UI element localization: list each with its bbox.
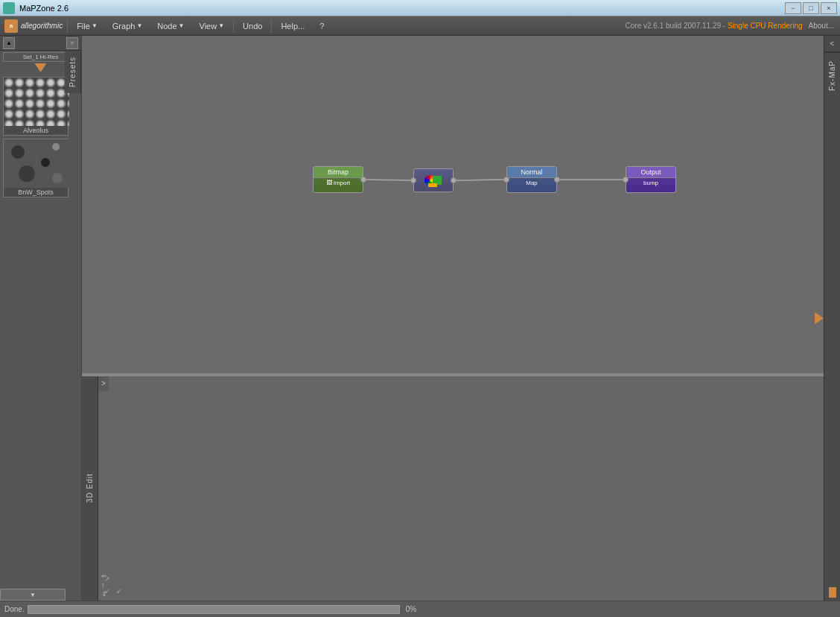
node-import-text: Import [334, 180, 351, 186]
node-bitmap-import[interactable]: Bitmap 🖼 Import [313, 166, 363, 193]
node-bitmap-label: Bitmap [314, 167, 363, 178]
menu-view-label: View [200, 22, 217, 31]
alveolus-preview [4, 77, 69, 126]
menu-node-label: Node [157, 22, 176, 31]
status-orange-text: Single CPU Rendering [728, 22, 803, 30]
minimize-button[interactable]: − [785, 2, 801, 14]
menu-graph-label: Graph [112, 22, 136, 31]
menu-undo-label: Undo [243, 22, 262, 31]
progress-bar-container [28, 605, 400, 614]
color-node-icon [422, 173, 445, 188]
node-normal-label: Normal [507, 167, 556, 178]
3d-edit-label: 3D Edit [86, 473, 94, 503]
ruler-label-1: ⇐ [101, 572, 107, 580]
main-area: ▲ < Set_1 Hi-Res Alveolus [0, 36, 840, 601]
menu-undo[interactable]: Undo [235, 19, 270, 33]
center-area: Bitmap 🖼 Import Norm [82, 36, 824, 601]
status-bar: Done. 0% [0, 601, 840, 617]
menu-view[interactable]: View ▼ [192, 19, 232, 33]
menu-help[interactable]: Help... [273, 19, 312, 33]
status-info: Core v2.6.1 build 2007.11.29 - Single CP… [626, 22, 809, 30]
logo-text: allegorithmic [21, 22, 63, 30]
ruler-label-2: ↕ [101, 581, 107, 589]
right-collapse-button[interactable]: < [824, 36, 841, 52]
app-icon [3, 2, 15, 14]
thumbnail-alveolus[interactable]: Alveolus [3, 77, 69, 136]
node-bitmap-icon: 🖼 [326, 180, 332, 186]
alveolus-label: Alveolus [4, 126, 68, 135]
menu-question[interactable]: ? [312, 19, 331, 33]
3d-edit-expand-button[interactable]: > [98, 376, 109, 391]
sidebar-header: ▲ < [0, 36, 81, 51]
normal-input-connector[interactable] [503, 177, 509, 183]
menu-bar: a allegorithmic File ▼ Graph ▼ Node ▼ Vi… [0, 16, 840, 36]
menu-help-label: Help... [281, 22, 305, 31]
menu-graph-arrow: ▼ [136, 22, 142, 29]
left-sidebar: ▲ < Set_1 Hi-Res Alveolus [0, 36, 82, 601]
node-normal-map[interactable]: Normal Map [506, 166, 557, 193]
close-button[interactable]: × [821, 2, 837, 14]
node-color[interactable] [413, 168, 454, 192]
connections-svg [82, 36, 824, 373]
titlebar-left: MaPZone 2.6 [3, 2, 69, 14]
menu-file-label: File [77, 22, 90, 31]
menu-graph[interactable]: Graph ▼ [105, 19, 150, 33]
color-output-connector[interactable] [451, 177, 456, 183]
menu-file-arrow: ▼ [92, 22, 98, 29]
bottom-icon: ↙ [116, 587, 122, 595]
status-text: Done. [4, 605, 25, 613]
bnwspots-preview [4, 139, 69, 188]
window-controls: − □ × [785, 2, 837, 14]
menu-view-arrow: ▼ [218, 22, 224, 29]
menu-separator-2 [271, 19, 272, 33]
output-input-connector[interactable] [623, 177, 629, 183]
graph-canvas[interactable]: Bitmap 🖼 Import Norm [82, 36, 824, 375]
about-link[interactable]: About... [809, 22, 840, 30]
node-output-label: Output [626, 167, 675, 178]
ruler-label-3: ⇓ [101, 590, 107, 598]
menu-question-label: ? [319, 22, 324, 31]
fxmap-tab[interactable]: Fx-MaP [825, 52, 839, 98]
normal-output-connector[interactable] [554, 177, 560, 183]
maximize-button[interactable]: □ [803, 2, 819, 14]
node-bitmap-sublabel: 🖼 Import [314, 178, 363, 188]
sidebar-collapse-button[interactable]: < [66, 37, 78, 49]
node-output-sublabel: bump [626, 178, 675, 188]
sidebar-scroll-up[interactable]: ▲ [3, 37, 15, 49]
window-title: MaPZone 2.6 [19, 4, 69, 13]
menu-node[interactable]: Node ▼ [150, 19, 191, 33]
logo-icon: a [4, 19, 18, 33]
menu-separator-1 [233, 19, 234, 33]
progress-percent: 0% [406, 605, 416, 613]
node-output-bump[interactable]: Output bump [626, 166, 676, 193]
right-panel: < Fx-MaP [824, 36, 840, 601]
3d-edit-label-panel[interactable]: 3D Edit [82, 376, 98, 601]
sidebar-scroll-down[interactable]: ▼ [0, 589, 66, 601]
3d-edit-area: 3D Edit > ↙ ↗ ↙ ⇐ ↕ ⇓ [82, 375, 824, 601]
right-panel-arrow[interactable] [826, 584, 839, 601]
bnwspots-label: BnW_Spots [4, 188, 68, 197]
title-bar: MaPZone 2.6 − □ × [0, 0, 840, 16]
presets-tab[interactable]: Presets [65, 51, 81, 93]
right-arrow-icon [829, 587, 836, 598]
preset-indicator [35, 63, 47, 72]
thumbnail-bnwspots[interactable]: BnW_Spots [3, 139, 69, 197]
node-normal-sublabel: Map [507, 178, 556, 188]
ruler-area: ⇐ ↕ ⇓ [98, 569, 110, 601]
menu-node-arrow: ▼ [179, 22, 185, 29]
color-input-connector[interactable] [410, 177, 416, 183]
bitmap-output-connector[interactable] [360, 177, 366, 183]
status-normal-text: Core v2.6.1 build 2007.11.29 - [626, 22, 728, 30]
menu-file[interactable]: File ▼ [69, 19, 105, 33]
